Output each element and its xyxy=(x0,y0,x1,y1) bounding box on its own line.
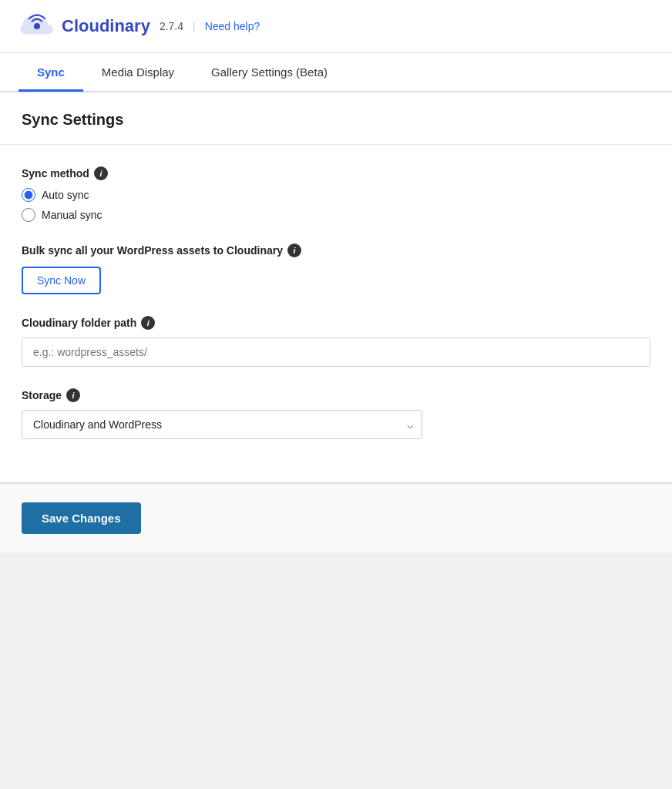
folder-path-text: Cloudinary folder path xyxy=(22,317,136,329)
folder-path-group: Cloudinary folder path i xyxy=(22,316,650,367)
sync-method-group: Sync method i Auto sync Manual sync xyxy=(22,166,650,222)
bulk-sync-group: Bulk sync all your WordPress assets to C… xyxy=(22,243,650,294)
sync-method-info-icon[interactable]: i xyxy=(94,166,108,180)
card-body: Sync method i Auto sync Manual sync xyxy=(0,145,672,482)
version-text: 2.7.4 xyxy=(160,20,183,32)
card-header: Sync Settings xyxy=(0,92,672,145)
manual-sync-label: Manual sync xyxy=(42,209,102,221)
sync-method-label: Sync method i xyxy=(22,166,650,180)
cloudinary-logo xyxy=(18,12,55,40)
storage-label: Storage i xyxy=(22,388,650,402)
manual-sync-option[interactable]: Manual sync xyxy=(22,208,650,222)
footer-bar: Save Changes xyxy=(0,483,672,552)
storage-text: Storage xyxy=(22,389,62,401)
pipe-divider: | xyxy=(193,20,196,32)
tab-media-display[interactable]: Media Display xyxy=(83,53,193,92)
help-link[interactable]: Need help? xyxy=(205,20,260,32)
folder-path-input[interactable] xyxy=(22,337,650,367)
storage-group: Storage i Cloudinary and WordPress Cloud… xyxy=(22,388,650,439)
sync-method-radio-group: Auto sync Manual sync xyxy=(22,188,650,222)
sync-now-button[interactable]: Sync Now xyxy=(22,267,101,294)
logo-text: Cloudinary xyxy=(62,16,150,36)
tab-gallery-settings[interactable]: Gallery Settings (Beta) xyxy=(193,53,346,92)
storage-info-icon[interactable]: i xyxy=(66,388,80,402)
sync-settings-card: Sync Settings Sync method i Auto sync M xyxy=(0,92,672,483)
sync-method-text: Sync method xyxy=(22,167,89,180)
main-content: Sync Settings Sync method i Auto sync M xyxy=(0,92,672,552)
auto-sync-label: Auto sync xyxy=(42,189,89,201)
storage-select-wrapper: Cloudinary and WordPress Cloudinary only… xyxy=(22,410,422,439)
svg-point-0 xyxy=(34,23,40,29)
folder-path-label: Cloudinary folder path i xyxy=(22,316,650,330)
header: Cloudinary 2.7.4 | Need help? xyxy=(0,0,672,53)
tab-sync[interactable]: Sync xyxy=(18,53,83,92)
folder-path-info-icon[interactable]: i xyxy=(141,316,155,330)
bulk-sync-label: Bulk sync all your WordPress assets to C… xyxy=(22,243,650,257)
storage-select[interactable]: Cloudinary and WordPress Cloudinary only… xyxy=(22,410,422,439)
card-title: Sync Settings xyxy=(22,111,650,129)
logo-area: Cloudinary xyxy=(18,12,150,40)
tabs-bar: Sync Media Display Gallery Settings (Bet… xyxy=(0,53,672,92)
bulk-sync-text: Bulk sync all your WordPress assets to C… xyxy=(22,244,283,257)
bulk-sync-info-icon[interactable]: i xyxy=(287,243,301,257)
manual-sync-radio[interactable] xyxy=(22,208,35,222)
save-changes-button[interactable]: Save Changes xyxy=(22,502,141,534)
auto-sync-radio[interactable] xyxy=(22,188,35,202)
auto-sync-option[interactable]: Auto sync xyxy=(22,188,650,202)
